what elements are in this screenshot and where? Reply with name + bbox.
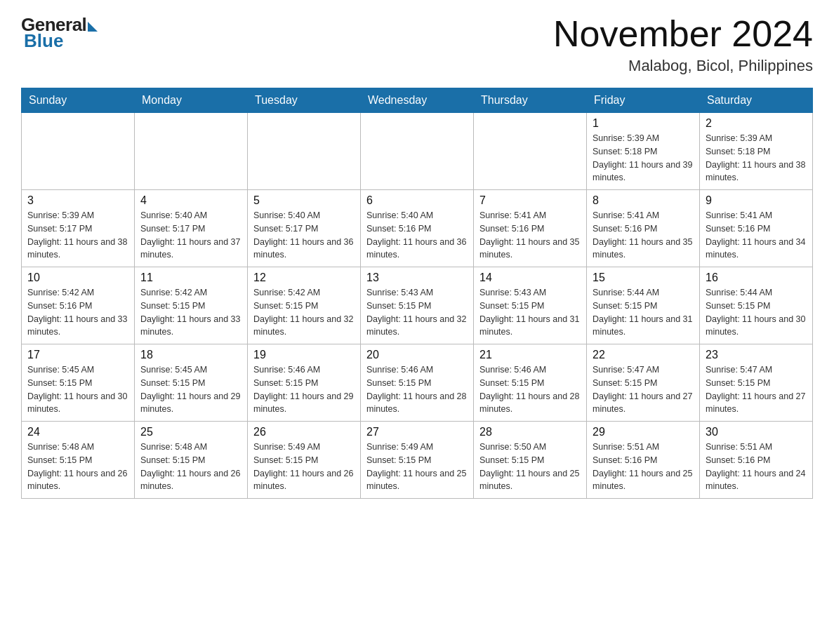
table-row bbox=[135, 113, 248, 190]
table-row: 5Sunrise: 5:40 AMSunset: 5:17 PMDaylight… bbox=[248, 190, 361, 267]
table-row: 19Sunrise: 5:46 AMSunset: 5:15 PMDayligh… bbox=[248, 344, 361, 422]
day-info: Sunrise: 5:41 AMSunset: 5:16 PMDaylight:… bbox=[593, 209, 694, 262]
table-row: 24Sunrise: 5:48 AMSunset: 5:15 PMDayligh… bbox=[22, 422, 135, 499]
table-row: 3Sunrise: 5:39 AMSunset: 5:17 PMDaylight… bbox=[22, 190, 135, 267]
day-number: 6 bbox=[366, 194, 468, 207]
table-row: 15Sunrise: 5:44 AMSunset: 5:15 PMDayligh… bbox=[587, 267, 700, 344]
day-info: Sunrise: 5:43 AMSunset: 5:15 PMDaylight:… bbox=[479, 286, 581, 339]
table-row bbox=[248, 113, 361, 190]
page-header: General Blue November 2024 Malabog, Bico… bbox=[21, 14, 813, 75]
table-row: 30Sunrise: 5:51 AMSunset: 5:16 PMDayligh… bbox=[700, 422, 813, 499]
table-row: 23Sunrise: 5:47 AMSunset: 5:15 PMDayligh… bbox=[700, 344, 813, 422]
table-row bbox=[474, 113, 587, 190]
calendar-title: November 2024 bbox=[553, 14, 813, 54]
table-row: 4Sunrise: 5:40 AMSunset: 5:17 PMDaylight… bbox=[135, 190, 248, 267]
table-row bbox=[361, 113, 474, 190]
day-info: Sunrise: 5:47 AMSunset: 5:15 PMDaylight:… bbox=[593, 363, 694, 416]
table-row: 21Sunrise: 5:46 AMSunset: 5:15 PMDayligh… bbox=[474, 344, 587, 422]
day-info: Sunrise: 5:40 AMSunset: 5:17 PMDaylight:… bbox=[140, 209, 241, 262]
day-number: 10 bbox=[27, 271, 128, 284]
table-row: 18Sunrise: 5:45 AMSunset: 5:15 PMDayligh… bbox=[135, 344, 248, 422]
table-row: 29Sunrise: 5:51 AMSunset: 5:16 PMDayligh… bbox=[587, 422, 700, 499]
logo: General Blue bbox=[21, 14, 98, 52]
day-info: Sunrise: 5:42 AMSunset: 5:15 PMDaylight:… bbox=[140, 286, 241, 339]
day-info: Sunrise: 5:48 AMSunset: 5:15 PMDaylight:… bbox=[27, 441, 128, 493]
calendar-header-row: Sunday Monday Tuesday Wednesday Thursday… bbox=[22, 88, 813, 113]
col-tuesday: Tuesday bbox=[248, 88, 361, 113]
day-number: 13 bbox=[366, 271, 468, 284]
day-info: Sunrise: 5:41 AMSunset: 5:16 PMDaylight:… bbox=[706, 209, 807, 262]
day-number: 18 bbox=[140, 349, 241, 361]
day-number: 14 bbox=[479, 271, 581, 284]
day-number: 12 bbox=[253, 271, 355, 284]
day-info: Sunrise: 5:45 AMSunset: 5:15 PMDaylight:… bbox=[27, 363, 128, 416]
day-info: Sunrise: 5:40 AMSunset: 5:17 PMDaylight:… bbox=[253, 209, 355, 262]
table-row: 27Sunrise: 5:49 AMSunset: 5:15 PMDayligh… bbox=[361, 422, 474, 499]
day-number: 8 bbox=[593, 194, 694, 207]
table-row: 16Sunrise: 5:44 AMSunset: 5:15 PMDayligh… bbox=[700, 267, 813, 344]
title-section: November 2024 Malabog, Bicol, Philippine… bbox=[553, 14, 813, 75]
table-row: 20Sunrise: 5:46 AMSunset: 5:15 PMDayligh… bbox=[361, 344, 474, 422]
day-number: 21 bbox=[479, 349, 581, 361]
day-number: 24 bbox=[27, 426, 128, 438]
table-row: 12Sunrise: 5:42 AMSunset: 5:15 PMDayligh… bbox=[248, 267, 361, 344]
logo-blue-text: Blue bbox=[21, 30, 63, 52]
day-number: 16 bbox=[706, 271, 807, 284]
day-number: 23 bbox=[706, 349, 807, 361]
table-row: 11Sunrise: 5:42 AMSunset: 5:15 PMDayligh… bbox=[135, 267, 248, 344]
day-number: 9 bbox=[706, 194, 807, 207]
calendar-week-row: 1Sunrise: 5:39 AMSunset: 5:18 PMDaylight… bbox=[22, 113, 813, 190]
day-number: 26 bbox=[253, 426, 355, 438]
day-info: Sunrise: 5:50 AMSunset: 5:15 PMDaylight:… bbox=[479, 441, 581, 493]
col-thursday: Thursday bbox=[474, 88, 587, 113]
day-number: 4 bbox=[140, 194, 241, 207]
table-row: 26Sunrise: 5:49 AMSunset: 5:15 PMDayligh… bbox=[248, 422, 361, 499]
day-number: 19 bbox=[253, 349, 355, 361]
calendar-week-row: 17Sunrise: 5:45 AMSunset: 5:15 PMDayligh… bbox=[22, 344, 813, 422]
day-number: 25 bbox=[140, 426, 241, 438]
day-info: Sunrise: 5:46 AMSunset: 5:15 PMDaylight:… bbox=[366, 363, 468, 416]
table-row: 7Sunrise: 5:41 AMSunset: 5:16 PMDaylight… bbox=[474, 190, 587, 267]
day-info: Sunrise: 5:48 AMSunset: 5:15 PMDaylight:… bbox=[140, 441, 241, 493]
table-row: 25Sunrise: 5:48 AMSunset: 5:15 PMDayligh… bbox=[135, 422, 248, 499]
day-number: 1 bbox=[593, 117, 694, 130]
table-row: 28Sunrise: 5:50 AMSunset: 5:15 PMDayligh… bbox=[474, 422, 587, 499]
table-row: 2Sunrise: 5:39 AMSunset: 5:18 PMDaylight… bbox=[700, 113, 813, 190]
day-number: 22 bbox=[593, 349, 694, 361]
col-saturday: Saturday bbox=[700, 88, 813, 113]
col-monday: Monday bbox=[135, 88, 248, 113]
day-info: Sunrise: 5:46 AMSunset: 5:15 PMDaylight:… bbox=[479, 363, 581, 416]
day-info: Sunrise: 5:49 AMSunset: 5:15 PMDaylight:… bbox=[253, 441, 355, 493]
day-number: 7 bbox=[479, 194, 581, 207]
col-friday: Friday bbox=[587, 88, 700, 113]
day-info: Sunrise: 5:42 AMSunset: 5:16 PMDaylight:… bbox=[27, 286, 128, 339]
day-info: Sunrise: 5:51 AMSunset: 5:16 PMDaylight:… bbox=[706, 441, 807, 493]
calendar-table: Sunday Monday Tuesday Wednesday Thursday… bbox=[21, 88, 813, 499]
col-sunday: Sunday bbox=[22, 88, 135, 113]
day-number: 5 bbox=[253, 194, 355, 207]
day-info: Sunrise: 5:42 AMSunset: 5:15 PMDaylight:… bbox=[253, 286, 355, 339]
logo-triangle-icon bbox=[88, 22, 98, 32]
table-row: 14Sunrise: 5:43 AMSunset: 5:15 PMDayligh… bbox=[474, 267, 587, 344]
day-number: 27 bbox=[366, 426, 468, 438]
day-info: Sunrise: 5:46 AMSunset: 5:15 PMDaylight:… bbox=[253, 363, 355, 416]
day-info: Sunrise: 5:40 AMSunset: 5:16 PMDaylight:… bbox=[366, 209, 468, 262]
table-row: 10Sunrise: 5:42 AMSunset: 5:16 PMDayligh… bbox=[22, 267, 135, 344]
calendar-location: Malabog, Bicol, Philippines bbox=[553, 57, 813, 75]
table-row: 6Sunrise: 5:40 AMSunset: 5:16 PMDaylight… bbox=[361, 190, 474, 267]
calendar-week-row: 10Sunrise: 5:42 AMSunset: 5:16 PMDayligh… bbox=[22, 267, 813, 344]
day-number: 17 bbox=[27, 349, 128, 361]
day-info: Sunrise: 5:47 AMSunset: 5:15 PMDaylight:… bbox=[706, 363, 807, 416]
day-number: 29 bbox=[593, 426, 694, 438]
day-info: Sunrise: 5:44 AMSunset: 5:15 PMDaylight:… bbox=[593, 286, 694, 339]
calendar-week-row: 3Sunrise: 5:39 AMSunset: 5:17 PMDaylight… bbox=[22, 190, 813, 267]
day-info: Sunrise: 5:49 AMSunset: 5:15 PMDaylight:… bbox=[366, 441, 468, 493]
day-info: Sunrise: 5:39 AMSunset: 5:18 PMDaylight:… bbox=[593, 132, 694, 185]
table-row: 8Sunrise: 5:41 AMSunset: 5:16 PMDaylight… bbox=[587, 190, 700, 267]
day-number: 15 bbox=[593, 271, 694, 284]
day-number: 3 bbox=[27, 194, 128, 207]
day-number: 20 bbox=[366, 349, 468, 361]
table-row: 1Sunrise: 5:39 AMSunset: 5:18 PMDaylight… bbox=[587, 113, 700, 190]
day-info: Sunrise: 5:41 AMSunset: 5:16 PMDaylight:… bbox=[479, 209, 581, 262]
day-number: 30 bbox=[706, 426, 807, 438]
